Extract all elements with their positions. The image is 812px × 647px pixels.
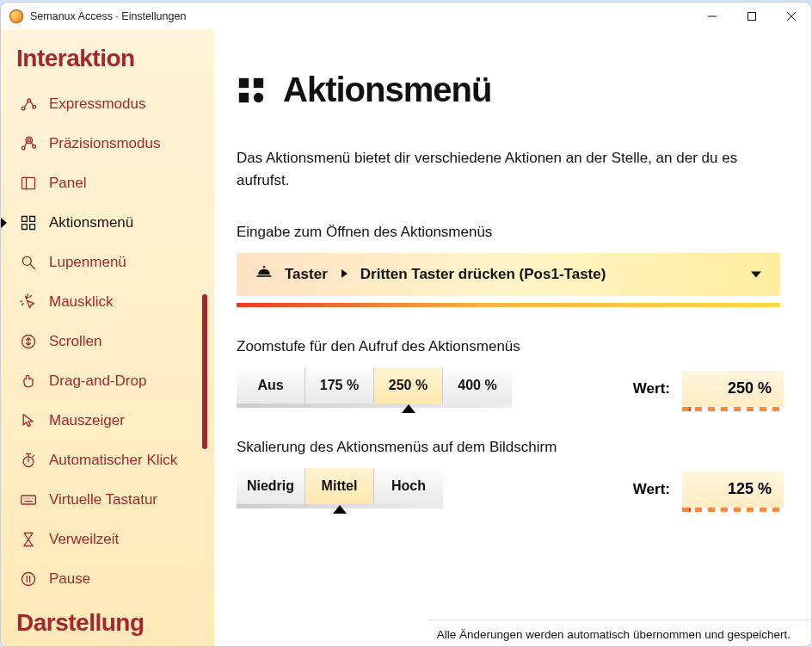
- sidebar-item-expressmodus[interactable]: Expressmodus: [16, 84, 214, 124]
- action-input-dropdown[interactable]: Taster Dritten Taster drücken (Pos1-Tast…: [237, 253, 780, 296]
- scale-option-0[interactable]: Niedrig: [237, 468, 305, 504]
- sidebar-item-label: Panel: [49, 175, 86, 192]
- minimize-button[interactable]: [692, 3, 732, 30]
- scroll-icon: [20, 333, 37, 350]
- app-icon: [9, 9, 23, 23]
- svg-rect-13: [22, 217, 28, 222]
- sidebar-item-mauszeiger[interactable]: Mauszeiger: [16, 401, 214, 441]
- scale-option-1[interactable]: Mittel: [305, 468, 374, 504]
- sidebar-item-label: Mausklick: [49, 293, 114, 311]
- scale-segmented-control: NiedrigMittelHoch: [237, 468, 443, 504]
- grid-icon: [237, 76, 266, 105]
- sidebar-item-mausklick[interactable]: Mausklick: [16, 282, 214, 322]
- svg-rect-11: [22, 177, 35, 188]
- svg-rect-1: [748, 12, 756, 20]
- sidebar-item-label: Automatischer Klick: [49, 452, 177, 469]
- zoom-segmented-control: Aus175 %250 %400 %: [237, 367, 512, 404]
- sidebar-item-pause[interactable]: Pause: [16, 559, 214, 599]
- content-area: Aktionsmenü Das Aktionsmenü bietet dir v…: [214, 29, 811, 646]
- sidebar-item-verweilzeit[interactable]: Verweilzeit: [16, 520, 214, 559]
- chevron-down-icon: [751, 271, 761, 277]
- close-button[interactable]: [772, 3, 811, 30]
- stopwatch-icon: [20, 452, 37, 469]
- sidebar-item-label: Scrollen: [49, 333, 102, 350]
- scale-section-label: Skalierung des Aktionsmenüs auf dem Bild…: [237, 439, 784, 456]
- sidebar-item-drag-and-drop[interactable]: Drag-and-Drop: [16, 361, 214, 401]
- svg-rect-37: [254, 92, 263, 102]
- target-icon: [20, 135, 37, 152]
- footer-divider: [428, 619, 811, 620]
- sidebar-item-automatischer-klick[interactable]: Automatischer Klick: [16, 441, 214, 480]
- sidebar-item-virtuelle-tastatur[interactable]: Virtuelle Tastatur: [16, 480, 214, 520]
- svg-line-18: [31, 265, 35, 269]
- input-section-label: Eingabe zum Öffnen des Aktionsmenüs: [237, 224, 784, 241]
- svg-marker-40: [341, 269, 348, 278]
- sidebar-heading-interaktion: Interaktion: [16, 45, 214, 72]
- sidebar-item-label: Drag-and-Drop: [49, 373, 146, 390]
- svg-rect-36: [239, 92, 249, 102]
- sidebar-scrollbar[interactable]: [202, 294, 207, 449]
- pause-icon: [20, 570, 37, 588]
- sidebar-item-label: Präzisionsmodus: [49, 135, 160, 152]
- svg-point-8: [28, 139, 31, 142]
- scale-value-box[interactable]: 125 %: [682, 471, 784, 508]
- scale-wert-label: Wert:: [633, 481, 670, 498]
- titlebar: Semanux Access · Einstellungen: [0, 2, 812, 29]
- sidebar-item-aktionsmen-[interactable]: Aktionsmenü: [16, 203, 214, 243]
- pointer-icon: [20, 412, 37, 429]
- svg-rect-15: [22, 225, 28, 230]
- svg-point-17: [22, 256, 31, 265]
- sidebar-heading-darstellung: Darstellung: [16, 609, 214, 637]
- sidebar-item-scrollen[interactable]: Scrollen: [16, 322, 214, 361]
- zoom-option-2[interactable]: 250 %: [374, 367, 443, 404]
- sidebar-item-pr-zisionsmodus[interactable]: Präzisionsmodus: [16, 124, 214, 163]
- svg-line-24: [33, 455, 34, 457]
- scale-option-2[interactable]: Hoch: [374, 468, 443, 504]
- sidebar-item-label: Pause: [49, 570, 90, 588]
- zoom-underline: [237, 404, 512, 408]
- window-title: Semanux Access · Einstellungen: [30, 10, 186, 22]
- keyboard-icon: [20, 491, 37, 508]
- svg-point-31: [22, 573, 35, 586]
- magnifier-icon: [20, 254, 37, 271]
- zoom-option-1[interactable]: 175 %: [305, 367, 374, 404]
- svg-point-39: [263, 266, 266, 268]
- click-icon: [20, 293, 37, 311]
- panel-icon: [20, 175, 37, 192]
- svg-rect-16: [30, 225, 35, 230]
- sidebar: Interaktion ExpressmodusPräzisionsmodusP…: [1, 29, 214, 646]
- grid-icon: [20, 214, 37, 231]
- chevron-right-icon: [340, 266, 348, 283]
- dropdown-value: Dritten Taster drücken (Pos1-Taste): [360, 266, 606, 283]
- bell-icon: [255, 263, 273, 285]
- hourglass-icon: [20, 531, 37, 548]
- sidebar-item-label: Virtuelle Tastatur: [49, 491, 157, 508]
- page-title: Aktionsmenü: [283, 71, 491, 109]
- page-description: Das Aktionsmenü bietet dir verschiedene …: [237, 147, 770, 193]
- sidebar-item-label: Verweilzeit: [49, 531, 119, 548]
- sidebar-item-lupenmen-[interactable]: Lupenmenü: [16, 243, 214, 282]
- nodes-icon: [20, 96, 37, 113]
- zoom-option-3[interactable]: 400 %: [443, 367, 512, 404]
- zoom-option-0[interactable]: Aus: [237, 367, 305, 404]
- sidebar-item-label: Aktionsmenü: [49, 214, 133, 231]
- svg-rect-14: [30, 217, 35, 222]
- sidebar-item-panel[interactable]: Panel: [16, 163, 214, 203]
- svg-rect-35: [254, 77, 263, 87]
- maximize-button[interactable]: [732, 3, 772, 30]
- zoom-section-label: Zoomstufe für den Aufruf des Aktionsmenü…: [237, 338, 784, 355]
- svg-rect-34: [239, 77, 249, 87]
- svg-rect-25: [22, 496, 36, 504]
- dropdown-category: Taster: [285, 266, 328, 283]
- zoom-wert-label: Wert:: [633, 380, 670, 397]
- zoom-value-box[interactable]: 250 %: [682, 371, 784, 407]
- sidebar-item-label: Expressmodus: [49, 96, 145, 113]
- dropdown-accent: [237, 303, 780, 307]
- drag-icon: [20, 373, 37, 390]
- sidebar-item-label: Mauszeiger: [49, 412, 125, 429]
- footer-text: Alle Änderungen werden automatisch übern…: [437, 628, 790, 641]
- sidebar-item-label: Lupenmenü: [49, 254, 126, 271]
